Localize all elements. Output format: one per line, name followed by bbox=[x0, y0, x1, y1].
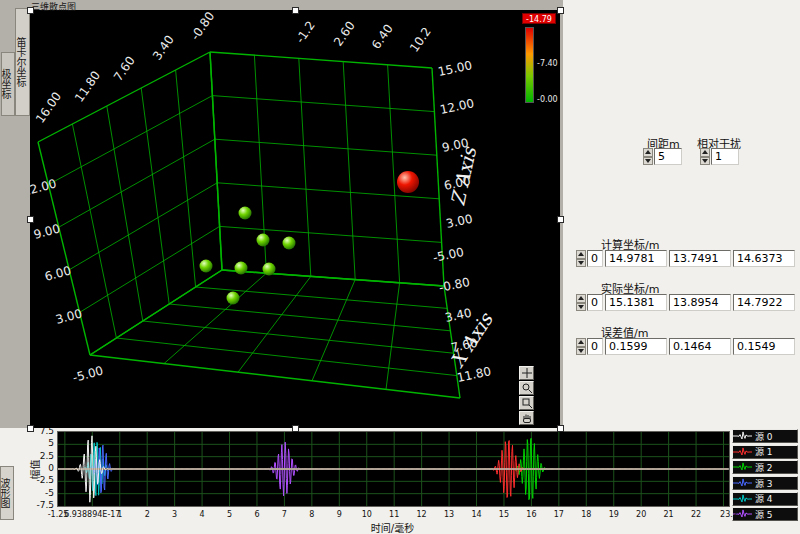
plot3d-title: 三维散点图 bbox=[31, 0, 76, 13]
grid-line bbox=[169, 304, 450, 331]
index-spinner[interactable] bbox=[576, 250, 586, 267]
selection-handle[interactable] bbox=[557, 7, 564, 14]
grid-line bbox=[212, 96, 434, 112]
axis-tick-label: 3.40 bbox=[150, 33, 177, 63]
selection-handle[interactable] bbox=[292, 425, 299, 432]
increment-button[interactable] bbox=[643, 148, 653, 157]
up-arrow-icon bbox=[645, 150, 651, 154]
increment-button[interactable] bbox=[700, 148, 710, 157]
waveform-x-tick: 14 bbox=[471, 510, 481, 519]
legend-trace bbox=[733, 463, 752, 470]
tab-polar[interactable]: 极坐标 bbox=[1, 52, 15, 116]
down-arrow-icon bbox=[578, 305, 584, 309]
graph-zoom-tool-button[interactable] bbox=[519, 381, 534, 395]
actual-z-value: 14.7922 bbox=[733, 294, 795, 311]
scatter-point-green bbox=[227, 292, 240, 305]
selection-handle[interactable] bbox=[27, 7, 34, 14]
up-arrow-icon bbox=[578, 340, 584, 344]
graph-zoom-box-tool-button[interactable] bbox=[519, 396, 534, 410]
index-spinner[interactable] bbox=[576, 338, 586, 355]
tab-waveform[interactable]: 波形图 bbox=[0, 466, 14, 520]
decrement-button[interactable] bbox=[576, 259, 586, 268]
array-index-control[interactable]: 0 bbox=[576, 294, 603, 311]
decrement-button[interactable] bbox=[576, 303, 586, 312]
graph-cursor-tool-button[interactable] bbox=[519, 366, 534, 380]
array-index-value[interactable]: 0 bbox=[587, 338, 603, 355]
legend-item[interactable]: 源 1 bbox=[732, 445, 798, 459]
tab-waveform-label: 波形图 bbox=[0, 478, 10, 508]
colorbar-mid-label: -7.40 bbox=[537, 59, 558, 68]
graph-pan-tool-button[interactable] bbox=[519, 411, 534, 425]
decrement-button[interactable] bbox=[700, 157, 710, 166]
grid-line bbox=[210, 52, 432, 68]
error-z-value: 0.1549 bbox=[733, 338, 795, 355]
grid-line bbox=[80, 226, 220, 312]
selection-handle[interactable] bbox=[557, 425, 564, 432]
axis-title: Z Axis bbox=[446, 144, 480, 208]
waveform-x-tick: 1 bbox=[117, 510, 122, 519]
increment-button[interactable] bbox=[576, 250, 586, 259]
waveform-x-tick: 10 bbox=[362, 510, 372, 519]
scatter3d-plot[interactable]: 15.0012.009.006.003.00-5.00-0.803.407.60… bbox=[30, 10, 560, 428]
waveform-plot-area[interactable] bbox=[57, 431, 730, 507]
color-ramp: -14.79 -7.40 -0.00 bbox=[522, 13, 559, 109]
grid-line bbox=[176, 70, 196, 287]
legend-item[interactable]: 源 2 bbox=[732, 460, 798, 474]
array-index-control[interactable]: 0 bbox=[576, 338, 603, 355]
up-arrow-icon bbox=[578, 296, 584, 300]
spacing-control[interactable]: 5 bbox=[643, 148, 682, 165]
waveform-x-tick: 12 bbox=[417, 510, 427, 519]
waveform-x-tick: 5 bbox=[227, 510, 232, 519]
actual-coordinates-array: 0 15.1381 13.8954 14.7922 bbox=[576, 294, 795, 311]
array-index-control[interactable]: 0 bbox=[576, 250, 603, 267]
decrement-button[interactable] bbox=[576, 347, 586, 356]
down-arrow-icon bbox=[578, 261, 584, 265]
down-arrow-icon bbox=[702, 159, 708, 163]
waveform-y-tick: -7.5 bbox=[28, 500, 54, 510]
interference-value[interactable]: 1 bbox=[711, 148, 739, 165]
legend-label: 源 1 bbox=[755, 445, 773, 458]
up-arrow-icon bbox=[702, 150, 708, 154]
increment-button[interactable] bbox=[576, 294, 586, 303]
waveform-x-axis-label: 时间/毫秒 bbox=[57, 520, 728, 534]
legend-trace bbox=[733, 495, 752, 502]
selection-handle[interactable] bbox=[292, 7, 299, 14]
spacing-value[interactable]: 5 bbox=[654, 148, 682, 165]
legend-item[interactable]: 源 5 bbox=[732, 507, 798, 521]
error-values-array: 0 0.1599 0.1464 0.1549 bbox=[576, 338, 795, 355]
increment-button[interactable] bbox=[576, 338, 586, 347]
legend-item[interactable]: 源 4 bbox=[732, 492, 798, 506]
index-spinner[interactable] bbox=[576, 294, 586, 311]
grid-line bbox=[388, 65, 400, 283]
selection-handle[interactable] bbox=[27, 425, 34, 432]
legend-item[interactable]: 源 0 bbox=[732, 429, 798, 443]
tab-cartesian[interactable]: 笛卡尔坐标 bbox=[15, 8, 30, 116]
decrement-button[interactable] bbox=[643, 157, 653, 166]
waveform-x-tick: 21 bbox=[664, 510, 674, 519]
waveform-x-tick: 13 bbox=[444, 510, 454, 519]
selection-handle[interactable] bbox=[557, 216, 564, 223]
down-arrow-icon bbox=[645, 159, 651, 163]
waveform-y-tick: 0 bbox=[28, 463, 54, 473]
grid-line bbox=[220, 226, 442, 242]
waveform-x-tick: 16 bbox=[526, 510, 536, 519]
waveform-x-tick: 7 bbox=[282, 510, 287, 519]
grid-line bbox=[210, 52, 222, 270]
array-index-value[interactable]: 0 bbox=[587, 294, 603, 311]
legend-trace bbox=[733, 448, 752, 455]
spacing-spinner[interactable] bbox=[643, 148, 653, 165]
waveform-trace bbox=[58, 436, 729, 502]
grid-line bbox=[343, 62, 355, 280]
legend-item[interactable]: 源 3 bbox=[732, 476, 798, 490]
crosshair-icon bbox=[521, 367, 533, 379]
interference-spinner[interactable] bbox=[700, 148, 710, 165]
scatter-point-green bbox=[263, 263, 276, 276]
waveform-legend: 源 0源 1源 2源 3源 4源 5 bbox=[732, 429, 798, 523]
selection-handle[interactable] bbox=[27, 216, 34, 223]
waveform-x-tick: 4 bbox=[200, 510, 205, 519]
interference-control[interactable]: 1 bbox=[700, 148, 739, 165]
array-index-value[interactable]: 0 bbox=[587, 250, 603, 267]
colorbar-gradient[interactable] bbox=[525, 27, 534, 103]
waveform-x-tick: 9 bbox=[337, 510, 342, 519]
waveform-y-tick: 5 bbox=[28, 438, 54, 448]
